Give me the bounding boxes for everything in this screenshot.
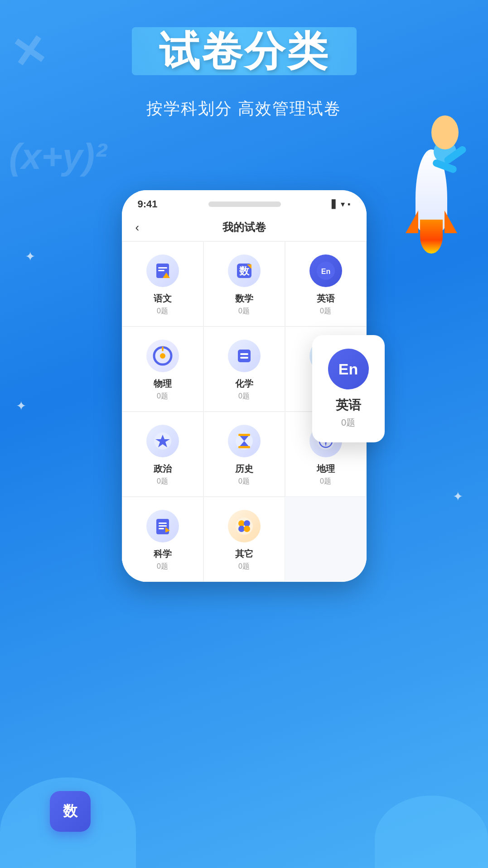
subject-count-lishi: 0题 — [238, 477, 250, 486]
nav-title: 我的试卷 — [222, 220, 266, 235]
floating-english-count: 0题 — [341, 417, 355, 429]
yingyu-icon-svg: En — [316, 261, 336, 281]
nav-bar: ‹ 我的试卷 — [122, 215, 367, 241]
svg-rect-33 — [159, 523, 167, 524]
back-button[interactable]: ‹ — [135, 221, 140, 235]
floating-english-name: 英语 — [336, 397, 361, 414]
kexue-icon-svg — [153, 516, 173, 536]
status-bar: 9:41 ▋ ▾ ▪ — [122, 190, 367, 215]
status-icons: ▋ ▾ ▪ — [332, 199, 350, 209]
subject-name-kexue: 科学 — [154, 548, 172, 560]
svg-rect-24 — [238, 446, 250, 448]
subject-name-lishi: 历史 — [235, 463, 253, 475]
svg-rect-1 — [158, 267, 167, 269]
subject-icon-lishi — [228, 425, 261, 457]
floating-english-icon-text: En — [338, 360, 358, 378]
signal-icon: ▋ — [332, 199, 338, 209]
subject-name-zhengzhi: 政治 — [154, 463, 172, 475]
subject-name-yuwen: 语文 — [154, 293, 172, 305]
subject-name-yingyu: 英语 — [317, 293, 335, 305]
sparkle-3: ✦ — [453, 489, 463, 504]
subject-icon-yingyu: En — [309, 254, 342, 287]
subject-icon-qita — [228, 510, 261, 542]
subject-count-huaxue: 0题 — [238, 392, 250, 401]
qita-icon-svg — [234, 516, 254, 536]
svg-point-37 — [236, 518, 253, 535]
subject-count-shuxue: 0题 — [238, 307, 250, 316]
title-banner: 试卷分类 — [132, 27, 357, 75]
subject-cell-yuwen[interactable]: 语文 0题 — [122, 241, 203, 326]
subject-count-wuli: 0题 — [157, 392, 168, 401]
floating-english-card[interactable]: En 英语 0题 — [312, 335, 385, 442]
sparkle-1: ✦ — [25, 249, 35, 264]
subject-cell-shuxue[interactable]: 数 数学 0题 — [203, 241, 285, 326]
subject-count-yingyu: 0题 — [320, 307, 331, 316]
svg-text:数: 数 — [239, 265, 250, 277]
svg-rect-12 — [238, 350, 251, 362]
svg-rect-23 — [238, 434, 250, 436]
wifi-icon: ▾ — [341, 199, 345, 209]
subject-name-shuxue: 数学 — [235, 293, 253, 305]
subject-count-kexue: 0题 — [157, 562, 168, 571]
subject-icon-zhengzhi — [146, 425, 179, 457]
status-time: 9:41 — [138, 198, 158, 210]
floating-english-icon: En — [328, 349, 369, 389]
subject-cell-kexue[interactable]: 科学 0题 — [122, 497, 203, 582]
lishi-icon-svg — [234, 431, 254, 451]
bottom-float-button[interactable]: 数 — [50, 791, 91, 832]
svg-point-10 — [160, 353, 165, 359]
subject-cell-lishi[interactable]: 历史 0题 — [203, 412, 285, 497]
zhengzhi-icon-svg — [153, 431, 173, 451]
subject-icon-huaxue — [228, 340, 261, 372]
cloud-bottom-right — [375, 796, 488, 868]
svg-point-39 — [244, 520, 250, 527]
subject-cell-zhengzhi[interactable]: 政治 0题 — [122, 412, 203, 497]
subject-name-dili: 地理 — [317, 463, 335, 475]
svg-rect-14 — [240, 357, 248, 359]
bottom-float-text: 数 — [63, 801, 77, 821]
subject-count-yuwen: 0题 — [157, 307, 168, 316]
svg-point-38 — [238, 520, 245, 527]
svg-rect-13 — [240, 353, 248, 355]
subject-name-huaxue: 化学 — [235, 378, 253, 390]
svg-point-41 — [244, 526, 250, 532]
subject-cell-wuli[interactable]: 物理 0题 — [122, 326, 203, 412]
subject-name-wuli: 物理 — [154, 378, 172, 390]
svg-rect-34 — [159, 525, 167, 527]
sparkle-2: ✦ — [16, 398, 26, 413]
subject-icon-shuxue: 数 — [228, 254, 261, 287]
subject-cell-yingyu[interactable]: En 英语 0题 — [285, 241, 367, 326]
shuxue-icon-svg: 数 — [234, 261, 254, 281]
phone-mockup: 9:41 ▋ ▾ ▪ ‹ 我的试卷 — [113, 190, 376, 582]
svg-point-40 — [238, 526, 245, 532]
subject-icon-kexue — [146, 510, 179, 542]
subject-cell-huaxue[interactable]: 化学 0题 — [203, 326, 285, 412]
bg-formula: (x+y)² — [9, 136, 107, 177]
wuli-icon-svg — [153, 346, 173, 366]
huaxue-icon-svg — [234, 346, 254, 366]
status-notch — [208, 201, 281, 207]
subject-name-qita: 其它 — [235, 548, 253, 560]
yuwen-icon-svg — [153, 261, 173, 281]
subject-icon-wuli — [146, 340, 179, 372]
subject-cell-qita[interactable]: 其它 0题 — [203, 497, 285, 582]
subject-icon-yuwen — [146, 254, 179, 287]
main-title: 试卷分类 — [159, 31, 329, 72]
svg-rect-35 — [159, 528, 164, 529]
battery-icon: ▪ — [348, 200, 350, 209]
svg-text:En: En — [321, 268, 330, 275]
subject-count-qita: 0题 — [238, 562, 250, 571]
subject-count-zhengzhi: 0题 — [157, 477, 168, 486]
subject-count-dili: 0题 — [320, 477, 331, 486]
svg-rect-2 — [158, 270, 164, 271]
